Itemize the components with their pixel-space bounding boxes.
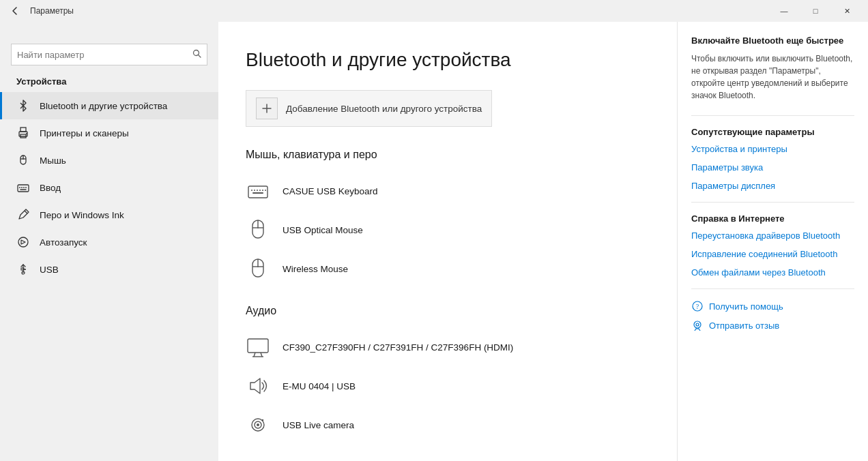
help-link-share[interactable]: Обмен файлами через Bluetooth	[691, 267, 854, 278]
sidebar-category: Устройства	[0, 74, 218, 92]
svg-rect-40	[248, 339, 268, 353]
titlebar: Параметры — □ ✕	[0, 0, 868, 22]
window-title: Параметры	[30, 6, 768, 16]
section-mouse-keyboard: Мышь, клавиатура и перо CASUE USB Keyboa…	[246, 149, 650, 288]
svg-line-15	[25, 211, 27, 213]
bluetooth-icon	[16, 99, 30, 113]
sidebar-item-pen[interactable]: Перо и Windows Ink	[0, 201, 218, 228]
help-title: Справка в Интернете	[691, 213, 854, 224]
usb-icon	[16, 263, 30, 276]
svg-rect-9	[18, 185, 29, 192]
device-name: CASUE USB Keyboard	[283, 186, 378, 196]
svg-line-1	[199, 55, 201, 58]
sidebar-item-autorun[interactable]: Автозапуск	[0, 228, 218, 256]
list-item: CF390_C27F390FH / C27F391FH / C27F396FH …	[246, 328, 650, 367]
main-content: Bluetooth и другие устройства Добавление…	[218, 22, 677, 461]
tip-title: Включайте Bluetooth еще быстрее	[691, 35, 854, 46]
footer-links: ? Получить помощь Отправить отзыв	[691, 300, 854, 331]
help-link-reinstall[interactable]: Переустановка драйверов Bluetooth	[691, 230, 854, 241]
add-device-button[interactable]: Добавление Bluetooth или другого устройс…	[246, 90, 492, 127]
sidebar-item-usb[interactable]: USB	[0, 256, 218, 283]
divider	[691, 202, 854, 203]
svg-line-53	[695, 329, 696, 331]
sidebar: Устройства Bluetooth и другие устройства…	[0, 22, 218, 461]
list-item: USB Live camera	[246, 406, 650, 445]
help-link-fix[interactable]: Исправление соединений Bluetooth	[691, 249, 854, 259]
search-icon	[192, 49, 201, 60]
list-item: Wireless Mouse	[246, 250, 650, 288]
section-title-mouse-keyboard: Мышь, клавиатура и перо	[246, 149, 650, 161]
right-panel: Включайте Bluetooth еще быстрее Чтобы вк…	[677, 22, 868, 461]
footer-link-help[interactable]: Получить помощь	[709, 301, 783, 312]
device-name: E-MU 0404 | USB	[283, 381, 356, 391]
list-item: CASUE USB Keyboard	[246, 172, 650, 211]
svg-marker-44	[250, 378, 260, 393]
keyboard-device-icon	[246, 179, 270, 203]
footer-link-feedback[interactable]: Отправить отзыв	[709, 321, 779, 331]
footer-item-feedback: Отправить отзыв	[691, 319, 854, 331]
app-body: Устройства Bluetooth и другие устройства…	[0, 22, 868, 461]
section-title-audio: Аудио	[246, 305, 650, 317]
sidebar-item-label: Мышь	[40, 155, 66, 166]
sidebar-item-input[interactable]: Ввод	[0, 174, 218, 201]
device-name: Wireless Mouse	[283, 264, 348, 274]
sidebar-item-label: Ввод	[40, 183, 61, 193]
footer-item-help: ? Получить помощь	[691, 300, 854, 312]
related-link-sound[interactable]: Параметры звука	[691, 162, 854, 173]
mouse-icon	[16, 153, 30, 167]
related-link-display[interactable]: Параметры дисплея	[691, 181, 854, 191]
svg-point-5	[26, 133, 27, 134]
sidebar-item-label: USB	[40, 265, 59, 275]
keyboard-icon	[16, 181, 30, 194]
sidebar-item-label: Перо и Windows Ink	[40, 210, 124, 220]
page-title: Bluetooth и другие устройства	[246, 49, 650, 71]
restore-button[interactable]: □	[800, 0, 831, 22]
list-item: E-MU 0404 | USB	[246, 367, 650, 406]
svg-point-52	[696, 323, 699, 326]
speaker-device-icon	[246, 374, 270, 398]
sidebar-header	[0, 22, 218, 41]
search-input[interactable]	[17, 50, 192, 60]
window-controls: — □ ✕	[768, 0, 863, 22]
svg-line-54	[699, 329, 700, 331]
sidebar-item-label: Автозапуск	[40, 237, 87, 248]
sidebar-item-label: Bluetooth и другие устройства	[40, 101, 167, 111]
pen-icon	[16, 208, 30, 222]
device-name: USB Live camera	[283, 420, 354, 430]
mouse2-device-icon	[246, 256, 270, 281]
minimize-button[interactable]: —	[768, 0, 800, 22]
feedback-icon	[691, 319, 704, 331]
mouse-device-icon	[246, 218, 270, 242]
related-link-devices[interactable]: Устройства и принтеры	[691, 144, 854, 154]
svg-rect-26	[248, 186, 267, 198]
svg-point-22	[25, 269, 26, 270]
svg-rect-3	[20, 128, 26, 132]
list-item: USB Optical Mouse	[246, 211, 650, 250]
device-name: CF390_C27F390FH / C27F391FH / C27F396FH …	[283, 342, 513, 353]
help-icon: ?	[691, 300, 704, 312]
svg-point-16	[18, 237, 28, 247]
svg-point-47	[257, 423, 259, 426]
autorun-icon	[16, 235, 30, 249]
related-title: Сопутствующие параметры	[691, 127, 854, 137]
tip-text: Чтобы включить или выключить Bluetooth, …	[691, 53, 854, 102]
back-button[interactable]	[5, 1, 25, 20]
svg-line-42	[261, 353, 262, 357]
divider	[691, 288, 854, 289]
section-audio: Аудио CF390_C27F390FH / C27F391FH / C27F…	[246, 305, 650, 445]
sidebar-item-label: Принтеры и сканеры	[40, 128, 129, 138]
sidebar-item-mouse[interactable]: Мышь	[0, 147, 218, 174]
svg-text:?: ?	[696, 303, 699, 310]
sidebar-item-printers[interactable]: Принтеры и сканеры	[0, 119, 218, 147]
camera-device-icon	[246, 413, 270, 437]
svg-point-51	[694, 321, 701, 328]
divider	[691, 115, 854, 116]
svg-point-48	[262, 419, 263, 421]
add-icon	[256, 98, 278, 119]
monitor-device-icon	[246, 335, 270, 359]
search-box[interactable]	[11, 44, 207, 65]
add-device-label: Добавление Bluetooth или другого устройс…	[286, 104, 482, 114]
svg-line-41	[254, 353, 255, 357]
close-button[interactable]: ✕	[831, 0, 863, 22]
sidebar-item-bluetooth[interactable]: Bluetooth и другие устройства	[0, 92, 218, 119]
